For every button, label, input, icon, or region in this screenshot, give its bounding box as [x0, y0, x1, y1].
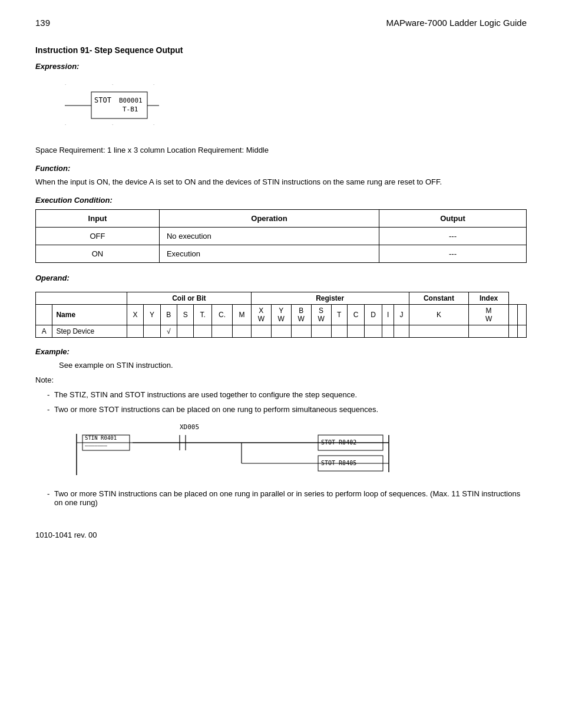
- register-header: Register: [251, 292, 409, 305]
- op-col-k: K: [409, 305, 469, 325]
- op-col-index: [517, 305, 526, 325]
- execution-label: Execution Condition:: [35, 196, 527, 205]
- op-col-j: J: [394, 305, 409, 325]
- exec-col-input: Input: [36, 210, 160, 228]
- op-col-name: Name: [52, 305, 127, 325]
- svg-text:STOT R0402: STOT R0402: [321, 439, 356, 446]
- expression-diagram: · · · · · · STOT B00001 T-B1: [59, 80, 165, 133]
- exec-on-output: ---: [379, 245, 527, 263]
- instruction-section: Instruction 91- Step Sequence Output Exp…: [35, 45, 527, 507]
- svg-text:T-B1: T-B1: [123, 106, 138, 113]
- op-col-t2: T: [331, 305, 347, 325]
- expression-svg: · · · · · · STOT B00001 T-B1: [59, 80, 165, 133]
- note-label: Note:: [35, 375, 527, 384]
- svg-text:·: ·: [112, 82, 113, 87]
- exec-col-operation: Operation: [159, 210, 379, 228]
- op-col-sw: SW: [311, 305, 331, 325]
- op-cell-mw: [469, 325, 508, 338]
- note-list: The STIZ, STIN and STOT instructions are…: [47, 390, 527, 414]
- instruction-title: Instruction 91- Step Sequence Output: [35, 45, 527, 55]
- op-cell-index: [517, 325, 526, 338]
- op-cell-d: [365, 325, 382, 338]
- exec-off-output: ---: [379, 228, 527, 245]
- op-col-c: C.: [212, 305, 233, 325]
- note-list-2: Two or more STIN instructions can be pla…: [47, 489, 527, 507]
- op-cell-c: [212, 325, 233, 338]
- space-requirement: Space Requirement: 1 line x 3 column Loc…: [35, 146, 527, 154]
- op-cell-j: [394, 325, 409, 338]
- op-col-yw: YW: [271, 305, 291, 325]
- op-cell-constant: [508, 325, 517, 338]
- svg-text:STOT R0405: STOT R0405: [321, 460, 356, 466]
- op-cell-t: [194, 325, 212, 338]
- svg-text:B00001: B00001: [119, 97, 143, 104]
- op-cell-y: [144, 325, 160, 338]
- op-col-y: Y: [144, 305, 160, 325]
- exec-on-operation: Execution: [159, 245, 379, 263]
- svg-text:STOT: STOT: [94, 96, 111, 104]
- operand-label: Operand:: [35, 274, 527, 282]
- op-col-m: M: [233, 305, 252, 325]
- op-cell-i: [382, 325, 394, 338]
- op-cell-x: [127, 325, 143, 338]
- svg-text:STIN R0401: STIN R0401: [85, 435, 117, 441]
- op-cell-c2: [347, 325, 365, 338]
- note-item-2: Two or more STOT instructions can be pla…: [47, 405, 527, 414]
- op-cell-m: [233, 325, 252, 338]
- op-row-name: Step Device: [52, 325, 127, 338]
- ladder-diagram: XD005 STIN R0401 ――――――― STOT R0402: [71, 422, 527, 481]
- expression-label: Expression:: [35, 62, 527, 71]
- exec-off-input: OFF: [36, 228, 160, 245]
- exec-row-off: OFF No execution ---: [36, 228, 527, 245]
- op-col-mw: MW: [469, 305, 508, 325]
- op-cell-sw: [311, 325, 331, 338]
- operand-table: Coil or Bit Register Constant Index Name…: [35, 292, 527, 338]
- op-col-d: D: [365, 305, 382, 325]
- op-cell-s: [177, 325, 194, 338]
- svg-text:·: ·: [153, 82, 154, 87]
- svg-text:·: ·: [65, 122, 66, 127]
- page-title: MAPware-7000 Ladder Logic Guide: [386, 18, 527, 28]
- op-group-header-row: Coil or Bit Register Constant Index: [36, 292, 527, 305]
- function-text: When the input is ON, the device A is se…: [35, 177, 527, 186]
- op-col-i: I: [382, 305, 394, 325]
- footer-text: 1010-1041 rev. 00: [35, 531, 97, 539]
- exec-col-output: Output: [379, 210, 527, 228]
- exec-off-operation: No execution: [159, 228, 379, 245]
- note-item-3: Two or more STIN instructions can be pla…: [47, 489, 527, 507]
- page-footer: 1010-1041 rev. 00: [35, 531, 527, 539]
- execution-table: Input Operation Output OFF No execution …: [35, 209, 527, 263]
- svg-text:―――――――: ―――――――: [85, 443, 108, 449]
- op-cell-k: [409, 325, 469, 338]
- page-header: 139 MAPware-7000 Ladder Logic Guide: [35, 18, 527, 28]
- coil-bit-header: Coil or Bit: [127, 292, 251, 305]
- op-col-t: T.: [194, 305, 212, 325]
- example-label: Example:: [35, 347, 527, 356]
- op-row-label: A: [36, 325, 52, 338]
- op-col-c2: C: [347, 305, 365, 325]
- exec-row-on: ON Execution ---: [36, 245, 527, 263]
- svg-text:XD005: XD005: [180, 423, 199, 431]
- op-col-xw: XW: [251, 305, 271, 325]
- op-cell-bw: [291, 325, 311, 338]
- exec-on-input: ON: [36, 245, 160, 263]
- function-label: Function:: [35, 164, 527, 173]
- ladder-svg: XD005 STIN R0401 ――――――― STOT R0402: [71, 422, 401, 481]
- op-row-a: A Step Device √: [36, 325, 527, 338]
- example-text: See example on STIN instruction.: [59, 361, 527, 370]
- op-col-constant: [508, 305, 517, 325]
- op-cell-b: √: [160, 325, 177, 338]
- svg-text:·: ·: [65, 82, 66, 87]
- op-col-b: B: [160, 305, 177, 325]
- op-col-bw: BW: [291, 305, 311, 325]
- svg-text:·: ·: [153, 122, 154, 127]
- op-cell-xw: [251, 325, 271, 338]
- op-col-x: X: [127, 305, 143, 325]
- op-col-s: S: [177, 305, 194, 325]
- op-cell-yw: [271, 325, 291, 338]
- page-number: 139: [35, 18, 50, 28]
- index-header: Index: [469, 292, 508, 305]
- note-item-1: The STIZ, STIN and STOT instructions are…: [47, 390, 527, 399]
- constant-header: Constant: [409, 292, 469, 305]
- op-cell-t2: [331, 325, 347, 338]
